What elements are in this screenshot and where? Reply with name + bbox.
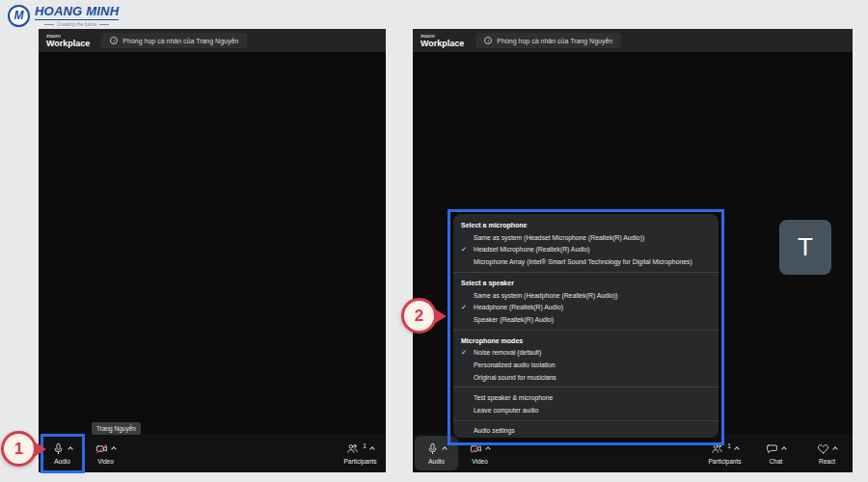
chevron-up-icon[interactable] — [369, 446, 375, 452]
tagline-dash-left — [44, 24, 54, 25]
heart-icon — [817, 442, 829, 455]
brand-logo: M HOANG MINH Creating the future — [8, 4, 119, 27]
zoom-workplace-logo: zoom Workplace — [420, 33, 464, 48]
chevron-up-icon[interactable] — [734, 446, 740, 452]
zoom-workplace-logo: zoom Workplace — [46, 33, 90, 48]
react-button[interactable]: React — [805, 434, 849, 472]
participants-icon — [346, 442, 359, 455]
video-camera-off-icon — [95, 442, 108, 455]
info-icon[interactable]: i — [484, 37, 492, 44]
step1-marker: 1 — [1, 431, 37, 467]
chat-button[interactable]: Chat — [754, 434, 798, 472]
step2-marker: 2 — [401, 298, 437, 334]
meeting-title: Phòng họp cá nhân của Trang Nguyễn — [122, 38, 238, 44]
microphone-icon — [426, 442, 439, 455]
participants-count: 1 — [727, 442, 731, 449]
participants-count: 1 — [363, 442, 366, 449]
video-button[interactable]: Video — [84, 434, 127, 472]
step2-highlight-box — [448, 209, 724, 445]
step1-highlight-box — [41, 434, 85, 473]
meeting-topbar: zoom Workplace i Phòng họp cá nhân của T… — [413, 29, 853, 52]
tutorial-screenshot: M HOANG MINH Creating the future zoom Wo… — [0, 0, 868, 482]
participant-avatar: T — [779, 220, 831, 275]
zoom-window-step1: zoom Workplace i Phòng họp cá nhân của T… — [39, 29, 386, 472]
info-icon[interactable]: i — [110, 37, 118, 44]
brand-name: HOANG MINH — [35, 4, 119, 20]
meeting-toolbar: Audio Video — [39, 434, 386, 472]
chevron-up-icon[interactable] — [442, 446, 448, 452]
chevron-up-icon[interactable] — [832, 446, 838, 452]
tagline-dash-right — [99, 24, 109, 25]
brand-logo-icon: M — [8, 5, 30, 27]
chat-icon — [766, 442, 778, 455]
chevron-up-icon[interactable] — [485, 446, 491, 452]
participant-name-tag: Trang Nguyễn — [92, 422, 141, 435]
meeting-title-pill[interactable]: i Phòng họp cá nhân của Trang Nguyễn — [101, 33, 247, 48]
meeting-title-pill[interactable]: i Phòng họp cá nhân của Trang Nguyễn — [475, 33, 621, 48]
participants-button[interactable]: 1 Participants — [339, 434, 382, 472]
meeting-title: Phòng họp cá nhân của Trang Nguyễn — [497, 38, 612, 44]
meeting-topbar: zoom Workplace i Phòng họp cá nhân của T… — [39, 29, 386, 52]
brand-tagline: Creating the future — [35, 21, 119, 27]
chevron-up-icon[interactable] — [781, 446, 787, 452]
chevron-up-icon[interactable] — [111, 446, 117, 452]
